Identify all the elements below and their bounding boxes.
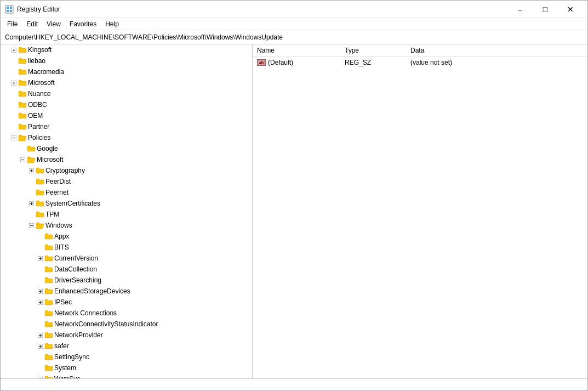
tree-label: Google xyxy=(37,145,58,152)
svg-rect-2 xyxy=(10,7,12,9)
col-header-type[interactable]: Type xyxy=(340,46,406,55)
tree-node-safer: safer xyxy=(1,341,252,352)
tree-row-enhancedstoragedevices[interactable]: EnhancedStorageDevices xyxy=(1,286,252,297)
folder-icon xyxy=(36,199,44,208)
tree-row-policies[interactable]: Policies xyxy=(1,132,252,143)
menu-bar: File Edit View Favorites Help xyxy=(1,18,587,30)
tree-expander[interactable] xyxy=(36,373,44,378)
tree-row-odbc[interactable]: ODBC xyxy=(1,99,252,110)
tree-row-microsoft-top[interactable]: Microsoft xyxy=(1,77,252,88)
tree-expander[interactable] xyxy=(27,187,36,198)
tree-expander[interactable] xyxy=(36,319,44,330)
tree-expander[interactable] xyxy=(27,165,36,176)
tree-row-networkprovider[interactable]: NetworkProvider xyxy=(1,330,252,341)
tree-expander[interactable] xyxy=(36,308,44,319)
tree-expander[interactable] xyxy=(9,110,18,121)
tree-expander[interactable] xyxy=(9,55,18,66)
tree-label: NetworkConnectivityStatusIndicator xyxy=(54,320,158,328)
menu-edit[interactable]: Edit xyxy=(22,19,42,29)
tree-row-peerdist[interactable]: PeerDist xyxy=(1,176,252,187)
tree-row-google[interactable]: Google xyxy=(1,143,252,154)
default-value-icon: ab xyxy=(257,59,266,66)
tree-row-bits[interactable]: BITS xyxy=(1,242,252,253)
detail-header: Name Type Data xyxy=(253,44,587,57)
status-bar xyxy=(1,378,587,390)
menu-favorites[interactable]: Favorites xyxy=(65,19,101,29)
tree-row-systemcertificates[interactable]: SystemCertificates xyxy=(1,198,252,209)
tree-expander[interactable] xyxy=(9,66,18,77)
tree-expander[interactable] xyxy=(27,220,36,231)
tree-row-liebao[interactable]: liebao xyxy=(1,55,252,66)
tree-row-oem[interactable]: OEM xyxy=(1,110,252,121)
tree-expander[interactable] xyxy=(9,44,18,55)
detail-row[interactable]: ab(Default)REG_SZ(value not set) xyxy=(253,57,587,68)
tree-row-appx[interactable]: Appx xyxy=(1,231,252,242)
tree-expander[interactable] xyxy=(36,330,44,341)
folder-icon xyxy=(18,89,27,98)
tree-expander[interactable] xyxy=(27,198,36,209)
tree-row-kingsoft[interactable]: Kingsoft xyxy=(1,44,252,55)
folder-icon xyxy=(18,78,27,87)
tree-node-networkconnectivitystatusindicator: NetworkConnectivityStatusIndicator xyxy=(1,319,252,330)
menu-file[interactable]: File xyxy=(3,19,22,29)
tree-expander[interactable] xyxy=(36,297,44,308)
tree-node-networkprovider: NetworkProvider xyxy=(1,330,252,341)
tree-expander[interactable] xyxy=(36,231,44,242)
tree-row-tpm[interactable]: TPM xyxy=(1,209,252,220)
tree-row-windows[interactable]: Windows xyxy=(1,220,252,231)
tree-expander[interactable] xyxy=(27,209,36,220)
folder-icon xyxy=(36,166,44,175)
folder-icon xyxy=(18,122,27,131)
tree-node-enhancedstoragedevices: EnhancedStorageDevices xyxy=(1,286,252,297)
minimize-button[interactable]: – xyxy=(507,1,533,18)
maximize-button[interactable]: □ xyxy=(533,1,558,18)
menu-view[interactable]: View xyxy=(42,19,65,29)
col-header-data[interactable]: Data xyxy=(406,46,587,55)
tree-row-wcmsvc[interactable]: WcmSvc xyxy=(1,373,252,378)
tree-row-currentversion[interactable]: CurrentVersion xyxy=(1,253,252,264)
address-bar[interactable]: Computer\HKEY_LOCAL_MACHINE\SOFTWARE\Pol… xyxy=(1,30,587,44)
tree-expander[interactable] xyxy=(36,286,44,297)
tree-row-macromedia[interactable]: Macromedia xyxy=(1,66,252,77)
close-button[interactable]: ✕ xyxy=(558,1,583,18)
tree-expander[interactable] xyxy=(27,176,36,187)
folder-icon xyxy=(44,320,53,328)
folder-icon xyxy=(44,331,53,339)
menu-help[interactable]: Help xyxy=(101,19,123,29)
tree-expander[interactable] xyxy=(9,88,18,99)
tree-row-networkconnectivitystatusindicator[interactable]: NetworkConnectivityStatusIndicator xyxy=(1,319,252,330)
tree-label: WcmSvc xyxy=(54,375,80,378)
tree-row-nuance[interactable]: Nuance xyxy=(1,88,252,99)
tree-label: liebao xyxy=(28,57,45,65)
tree-expander[interactable] xyxy=(36,264,44,275)
tree-row-settingsync[interactable]: SettingSync xyxy=(1,352,252,362)
tree-row-driversearching[interactable]: DriverSearching xyxy=(1,275,252,286)
tree-expander[interactable] xyxy=(36,352,44,362)
tree-expander[interactable] xyxy=(18,154,27,165)
tree-row-safer[interactable]: safer xyxy=(1,341,252,352)
folder-icon xyxy=(44,364,53,372)
tree-expander[interactable] xyxy=(9,77,18,88)
tree-row-networkconnections[interactable]: Network Connections xyxy=(1,308,252,319)
tree-row-datacollection[interactable]: DataCollection xyxy=(1,264,252,275)
tree-row-microsoft-policies[interactable]: Microsoft xyxy=(1,154,252,165)
tree-expander[interactable] xyxy=(9,132,18,143)
tree-expander[interactable] xyxy=(36,275,44,286)
tree-expander[interactable] xyxy=(18,143,27,154)
tree-row-system[interactable]: System xyxy=(1,362,252,373)
tree-expander[interactable] xyxy=(9,99,18,110)
tree-expander[interactable] xyxy=(36,341,44,352)
tree-row-cryptography[interactable]: Cryptography xyxy=(1,165,252,176)
tree-node-ipsec: IPSec xyxy=(1,297,252,308)
tree-panel[interactable]: Kingsoft liebao Macromedia Microsoft Nua… xyxy=(1,44,253,378)
tree-row-ipsec[interactable]: IPSec xyxy=(1,297,252,308)
col-header-name[interactable]: Name xyxy=(253,46,340,55)
tree-row-peernet[interactable]: Peernet xyxy=(1,187,252,198)
detail-panel: Name Type Data ab(Default)REG_SZ(value n… xyxy=(253,44,587,378)
tree-expander[interactable] xyxy=(36,242,44,253)
tree-expander[interactable] xyxy=(36,362,44,373)
tree-node-peernet: Peernet xyxy=(1,187,252,198)
tree-expander[interactable] xyxy=(36,253,44,264)
tree-row-partner[interactable]: Partner xyxy=(1,121,252,132)
tree-expander[interactable] xyxy=(9,121,18,132)
